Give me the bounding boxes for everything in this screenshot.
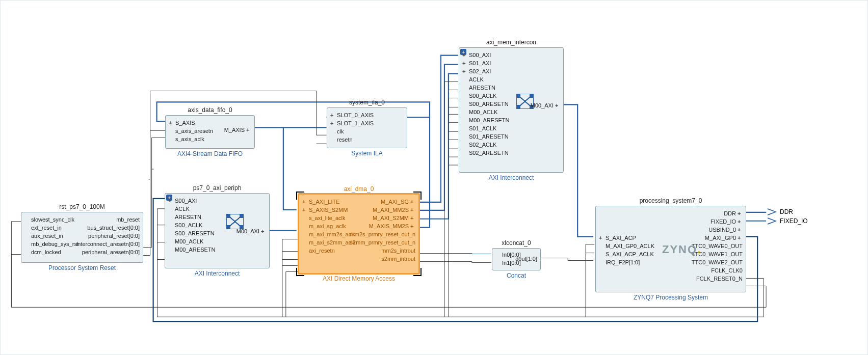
port[interactable]: peripheral_aresetn[0:0]	[82, 248, 140, 256]
port[interactable]: s2mm_prmry_reset_out_n	[350, 238, 415, 246]
port[interactable]: M_AXI_GP0_ACLK	[599, 242, 654, 250]
port[interactable]: ACLK	[462, 75, 484, 83]
port[interactable]: M_AXI_MM2S	[373, 206, 415, 213]
block-title: processing_system7_0	[640, 197, 702, 204]
port[interactable]: S00_ACLK	[462, 92, 496, 99]
port[interactable]: M00_ACLK	[462, 108, 497, 116]
port[interactable]: m_axi_sg_aclk	[302, 222, 346, 230]
block-title: axi_mem_intercon	[486, 39, 536, 46]
block-title: ps7_0_axi_periph	[193, 184, 242, 192]
port[interactable]: s_axis_aclk	[169, 135, 204, 143]
block-diagram-canvas[interactable]: rst_ps7_0_100M Processor System Reset sl…	[0, 0, 868, 355]
zynq-logo: ZYNQ.	[662, 243, 701, 256]
block-ps7[interactable]: processing_system7_0 ZYNQ7 Processing Sy…	[595, 206, 746, 292]
port[interactable]: SLOT_0_AXIS	[330, 111, 374, 119]
block-xlconcat[interactable]: xlconcat_0 Concat In0[0:0] In1[0:0] dout…	[492, 248, 541, 270]
port[interactable]: DDR	[724, 209, 743, 217]
port[interactable]: S02_ARESETN	[462, 149, 509, 156]
port[interactable]: mm2s_prmry_reset_out_n	[350, 230, 415, 238]
port[interactable]: S01_AXI	[462, 59, 491, 67]
port[interactable]: mm2s_introut	[381, 247, 415, 254]
port[interactable]: S00_ARESETN	[168, 229, 215, 237]
port[interactable]: FIXED_IO	[711, 217, 743, 225]
port[interactable]: S_AXIS_S2MM	[302, 206, 348, 213]
port[interactable]: FCLK_CLK0	[711, 266, 743, 274]
port[interactable]: S_AXIS	[169, 119, 195, 126]
block-title: system_ila_0	[349, 99, 385, 106]
block-subtitle: Processor System Reset	[48, 264, 116, 271]
port[interactable]: s_axi_lite_aclk	[302, 214, 346, 222]
block-ps7-axi-periph[interactable]: + ps7_0_axi_periph AXI Interconnect S00_…	[165, 193, 270, 268]
port[interactable]: M_AXI_S2MM	[373, 214, 415, 222]
port[interactable]: USBIND_0	[708, 226, 743, 233]
port[interactable]: M00_ARESETN	[168, 245, 215, 253]
port[interactable]: resetn	[330, 135, 353, 143]
port[interactable]: s_axis_aresetn	[169, 127, 213, 134]
block-rst-ps7[interactable]: rst_ps7_0_100M Processor System Reset sl…	[21, 212, 143, 263]
port[interactable]: S02_AXI	[462, 67, 491, 75]
port[interactable]: mb_reset	[116, 215, 140, 223]
block-subtitle: AXI Interconnect	[489, 174, 534, 181]
port[interactable]: s2mm_introut	[381, 255, 415, 262]
port[interactable]: IRQ_F2P[1:0]	[599, 258, 640, 266]
block-subtitle: Concat	[507, 272, 526, 279]
port[interactable]: M00_ARESETN	[462, 116, 509, 124]
block-subtitle: AXI Direct Memory Access	[323, 275, 395, 282]
block-title: xlconcat_0	[502, 239, 531, 247]
port[interactable]: dcm_locked	[24, 248, 61, 256]
port[interactable]: S01_ARESETN	[462, 132, 509, 140]
port[interactable]: FCLK_RESET0_N	[696, 275, 743, 282]
block-subtitle: System ILA	[351, 150, 382, 157]
port[interactable]: M00_AXI	[531, 101, 560, 109]
block-title: axis_data_fifo_0	[188, 106, 232, 114]
block-system-ila[interactable]: system_ila_0 System ILA SLOT_0_AXIS SLOT…	[327, 107, 407, 148]
block-title: axi_dma_0	[344, 185, 374, 193]
port[interactable]: SLOT_1_AXIS	[330, 119, 374, 127]
port[interactable]: ARESETN	[462, 84, 495, 91]
port[interactable]: mb_debug_sys_rst	[24, 240, 78, 248]
block-axi-dma[interactable]: axi_dma_0 AXI Direct Memory Access S_AXI…	[298, 193, 420, 275]
port[interactable]: M_AXI_GP0	[705, 234, 743, 241]
port-arrow-icon	[768, 208, 777, 215]
port[interactable]: S_AXI_LITE	[302, 198, 340, 205]
external-port-fixed-io[interactable]: FIXED_IO	[768, 217, 808, 225]
port[interactable]: dout[1:0]	[515, 255, 537, 262]
block-subtitle: AXI Interconnect	[195, 270, 240, 277]
port[interactable]: S01_ACLK	[462, 124, 496, 132]
port[interactable]: bus_struct_reset[0:0]	[87, 224, 140, 231]
port[interactable]: M_AXI_SG	[381, 198, 415, 205]
port[interactable]: aux_reset_in	[24, 232, 63, 239]
port[interactable]: S_AXI_ACP_ACLK	[599, 250, 654, 258]
port[interactable]: M00_ACLK	[168, 237, 203, 245]
block-axis-data-fifo[interactable]: axis_data_fifo_0 AXI4-Stream Data FIFO S…	[165, 115, 255, 149]
port[interactable]: axi_resetn	[302, 247, 335, 254]
port[interactable]: ACLK	[168, 205, 190, 212]
port[interactable]: S02_ACLK	[462, 141, 496, 148]
port-arrow-icon	[768, 217, 777, 225]
block-title: rst_ps7_0_100M	[59, 203, 104, 210]
port[interactable]: ARESETN	[168, 213, 201, 221]
port[interactable]: ext_reset_in	[24, 224, 62, 231]
port[interactable]: m_axi_mm2s_aclk	[302, 230, 355, 238]
port[interactable]: S00_AXI	[168, 197, 197, 204]
port[interactable]: S00_ACLK	[168, 221, 202, 229]
port[interactable]: S_AXI_ACP	[599, 234, 636, 241]
port[interactable]: S00_ARESETN	[462, 100, 509, 107]
block-subtitle: AXI4-Stream Data FIFO	[177, 150, 243, 157]
port[interactable]: interconnect_aresetn[0:0]	[76, 240, 140, 248]
port[interactable]: M00_AXI	[236, 227, 266, 235]
port[interactable]: M_AXIS_MM2S	[369, 222, 415, 230]
port[interactable]: clk	[330, 127, 344, 135]
block-subtitle: ZYNQ7 Processing System	[634, 294, 708, 301]
port[interactable]: TTC0_WAVE2_OUT	[692, 258, 743, 266]
external-port-ddr[interactable]: DDR	[768, 208, 793, 215]
port[interactable]: S00_AXI	[462, 51, 491, 59]
port[interactable]: M_AXIS	[224, 126, 251, 133]
port[interactable]: peripheral_reset[0:0]	[88, 232, 140, 239]
block-axi-mem-intercon[interactable]: + axi_mem_intercon AXI Interconnect S00_…	[459, 47, 564, 173]
port[interactable]: m_axi_s2mm_aclk	[302, 238, 355, 246]
port[interactable]: slowest_sync_clk	[24, 215, 74, 223]
